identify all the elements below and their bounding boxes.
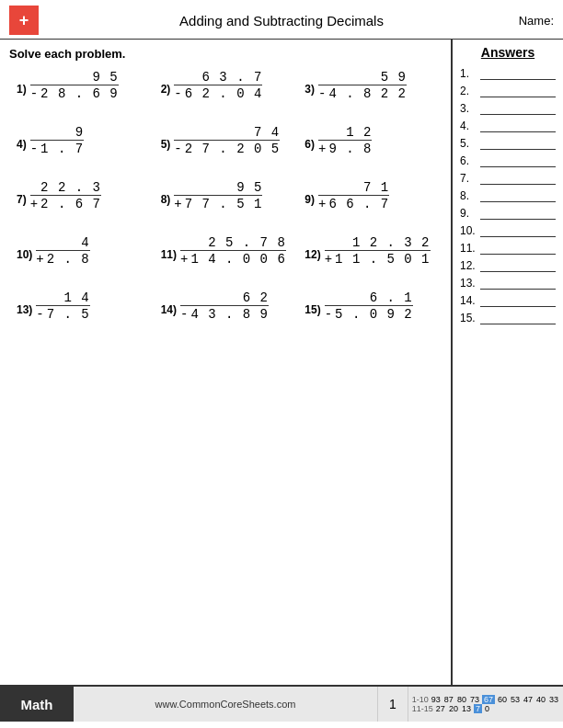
answer-underline [480,294,556,307]
stat-val: 47 [523,695,534,704]
answer-num: 13. [460,277,480,290]
operator: - [180,307,189,322]
math-top: 6 . 1 [325,290,413,305]
math-bottom: - 2 8 . 6 9 [30,85,119,101]
stat-highlight: 67 [482,695,495,704]
stat-val: 60 [497,695,508,704]
math-top: 1 2 . 3 2 [325,235,431,250]
math-problem: 2 5 . 7 8+ 1 4 . 0 0 6 [180,235,286,267]
footer-website: www.CommonCoreSheets.com [74,687,377,722]
math-top: 9 [30,125,84,140]
footer: Math www.CommonCoreSheets.com 1 1-10 93 … [0,685,563,722]
stat-row-2: 11-15 27 20 13 7 0 [412,704,559,713]
operator: - [30,142,39,156]
answer-underline [480,189,556,202]
math-problem: 6 . 1- 5 . 0 9 2 [325,290,413,322]
problem-10: 10)4+ 2 . 8 [9,232,154,285]
math-top: 6 2 [180,290,269,305]
stat-row-1: 1-10 93 87 80 73 67 60 53 47 40 33 [412,695,559,704]
math-problem: 9 5+ 7 7 . 5 1 [174,180,262,211]
stat-val: 87 [443,695,454,704]
math-top: 2 5 . 7 8 [180,235,286,250]
answer-line-9: 9. [460,207,556,220]
stat-val: 40 [535,695,546,704]
stat-val: 53 [510,695,521,704]
operator: + [318,197,327,211]
operator: - [174,142,182,156]
math-bottom: - 7 . 5 [36,305,89,322]
answer-num: 2. [460,85,480,97]
answers-column: Answers 1.2.3.4.5.6.7.8.9.10.11.12.13.14… [453,40,563,685]
answer-num: 11. [460,242,480,255]
problem-2: 2)6 3 . 7- 6 2 . 0 4 [154,66,298,119]
math-bottom: + 1 1 . 5 0 1 [325,250,431,267]
operator: + [36,252,44,267]
answer-underline [480,119,556,132]
math-bottom: - 4 . 8 2 2 [318,85,407,101]
math-problem: 5 9- 4 . 8 2 2 [318,70,407,101]
answer-line-15: 15. [460,312,556,324]
math-bottom: + 9 . 8 [318,140,372,156]
answer-underline [480,224,556,237]
problem-3: 3)5 9- 4 . 8 2 2 [297,66,442,119]
footer-stats: 1-10 93 87 80 73 67 60 53 47 40 33 11-15… [408,687,563,722]
problem-6: 6)1 2+ 9 . 8 [297,121,442,175]
answer-num: 5. [460,137,480,150]
operator: - [174,86,182,101]
problem-1: 1)9 5- 2 8 . 6 9 [9,66,154,119]
answer-underline [480,67,556,80]
answers-title: Answers [460,45,556,60]
math-problem: 4+ 2 . 8 [36,235,89,267]
problem-12: 12)1 2 . 3 2+ 1 1 . 5 0 1 [297,232,442,285]
answer-line-3: 3. [460,102,556,115]
problem-num: 3) [304,83,315,96]
answer-num: 8. [460,189,480,202]
math-bottom: + 1 4 . 0 0 6 [180,250,286,267]
math-top: 7 4 [174,125,280,140]
stat-val: 93 [431,695,442,704]
problem-num: 14) [161,303,177,316]
operator: - [325,307,333,322]
answer-line-2: 2. [460,85,556,97]
operator: - [36,307,44,322]
answer-num: 9. [460,207,480,220]
answer-line-1: 1. [460,67,556,80]
math-problem: 6 3 . 7- 6 2 . 0 4 [174,70,262,101]
math-bottom: - 6 2 . 0 4 [174,85,262,101]
answer-line-11: 11. [460,242,556,255]
answer-num: 6. [460,154,480,167]
answer-line-10: 10. [460,224,556,237]
math-bottom: - 5 . 0 9 2 [325,305,413,322]
main-area: Solve each problem. 1)9 5- 2 8 . 6 92)6 … [0,40,563,685]
answer-underline [480,207,556,220]
page-number: 1 [377,687,408,722]
answer-underline [480,242,556,255]
math-bottom: + 6 6 . 7 [318,195,389,211]
problem-num: 9) [304,193,315,206]
operator: + [318,142,327,156]
problem-num: 13) [17,303,32,316]
problem-8: 8)9 5+ 7 7 . 5 1 [154,176,298,230]
problem-14: 14)6 2- 4 3 . 8 9 [154,287,298,340]
answer-underline [480,154,556,167]
math-problem: 9- 1 . 7 [30,125,84,156]
answer-num: 15. [460,312,480,324]
problem-15: 15)6 . 1- 5 . 0 9 2 [297,287,442,340]
problem-num: 15) [304,303,320,316]
math-bottom: - 4 3 . 8 9 [180,305,269,322]
answer-underline [480,312,556,324]
answer-num: 1. [460,67,480,80]
answer-num: 10. [460,224,480,237]
stat-val: 80 [456,695,467,704]
answer-underline [480,277,556,290]
answer-num: 7. [460,172,480,185]
answer-line-5: 5. [460,137,556,150]
stat-label-2: 11-15 [412,704,433,713]
math-problem: 9 5- 2 8 . 6 9 [30,70,119,101]
answer-line-13: 13. [460,277,556,290]
problem-num: 1) [17,83,27,96]
stat-highlight: 7 [474,704,482,713]
problems-grid: 1)9 5- 2 8 . 6 92)6 3 . 7- 6 2 . 0 43)5 … [9,66,442,340]
answer-underline [480,137,556,150]
problem-num: 2) [161,83,171,96]
